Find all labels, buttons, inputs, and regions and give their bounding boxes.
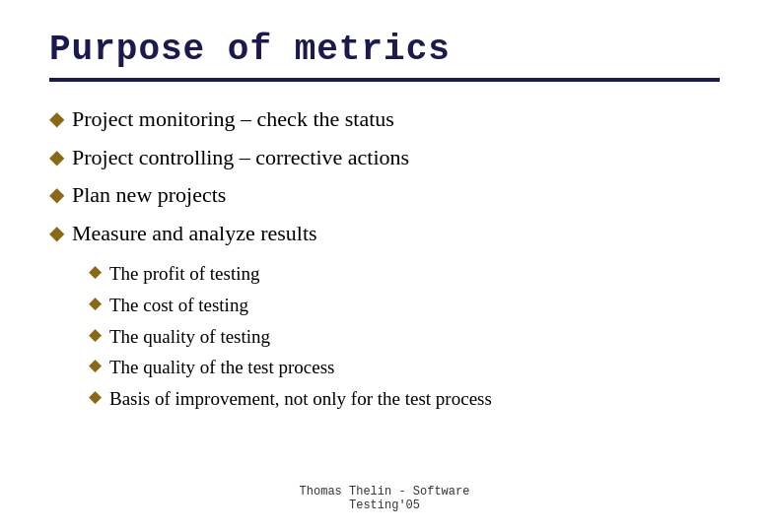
main-bullet-3: ◆ Plan new projects xyxy=(49,181,720,210)
sub-bullet-5-text: Basis of improvement, not only for the t… xyxy=(109,386,492,412)
main-bullet-3-text: Plan new projects xyxy=(72,181,226,210)
sub-bullet-1: ◆ The profit of testing xyxy=(89,261,720,287)
footer-line2: Testing'05 xyxy=(49,499,720,512)
slide-title: Purpose of metrics xyxy=(49,30,720,70)
main-bullet-4: ◆ Measure and analyze results xyxy=(49,220,720,248)
diamond-icon-2: ◆ xyxy=(49,144,64,169)
sub-bullet-3-text: The quality of testing xyxy=(109,324,270,350)
sub-bullets-list: ◆ The profit of testing ◆ The cost of te… xyxy=(89,261,720,417)
sub-diamond-icon-3: ◆ xyxy=(89,324,102,347)
main-bullet-1: ◆ Project monitoring – check the status xyxy=(49,105,720,134)
sub-diamond-icon-1: ◆ xyxy=(89,261,102,284)
main-bullet-2-text: Project controlling – corrective actions xyxy=(72,144,409,172)
diamond-icon-1: ◆ xyxy=(49,105,64,131)
sub-bullet-4: ◆ The quality of the test process xyxy=(89,355,720,380)
main-bullet-1-text: Project monitoring – check the status xyxy=(72,105,394,134)
slide: Purpose of metrics ◆ Project monitoring … xyxy=(0,0,769,532)
sub-bullet-2: ◆ The cost of testing xyxy=(89,293,720,318)
sub-bullet-2-text: The cost of testing xyxy=(109,293,248,318)
sub-diamond-icon-2: ◆ xyxy=(89,293,102,315)
diamond-icon-4: ◆ xyxy=(49,220,64,245)
slide-content: ◆ Project monitoring – check the status … xyxy=(49,105,720,475)
main-bullet-4-text: Measure and analyze results xyxy=(72,220,317,248)
sub-bullet-1-text: The profit of testing xyxy=(109,261,260,287)
title-divider xyxy=(49,78,720,82)
sub-bullet-5: ◆ Basis of improvement, not only for the… xyxy=(89,386,720,412)
sub-bullet-4-text: The quality of the test process xyxy=(109,355,334,380)
footer-line1: Thomas Thelin - Software xyxy=(49,485,720,499)
sub-diamond-icon-5: ◆ xyxy=(89,386,102,409)
sub-bullet-3: ◆ The quality of testing xyxy=(89,324,720,350)
sub-diamond-icon-4: ◆ xyxy=(89,355,102,377)
diamond-icon-3: ◆ xyxy=(49,181,64,207)
main-bullet-2: ◆ Project controlling – corrective actio… xyxy=(49,144,720,172)
footer: Thomas Thelin - Software Testing'05 xyxy=(49,475,720,512)
